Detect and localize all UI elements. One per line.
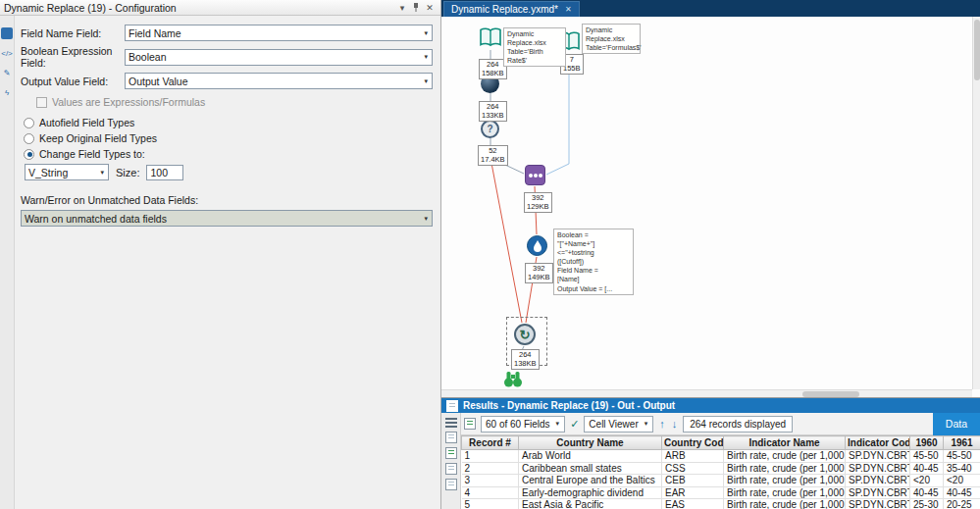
table-header-row: Record # Country Name Country Code Indic… xyxy=(462,436,980,450)
change-types-label: Change Field Types to: xyxy=(39,148,145,160)
scrollbar-thumb[interactable] xyxy=(974,20,980,80)
annotation-icon[interactable]: ✎ xyxy=(1,67,13,78)
col-country-code[interactable]: Country Code xyxy=(662,436,724,450)
input-data-tool-1[interactable] xyxy=(479,26,502,48)
cell[interactable]: EAS xyxy=(662,499,724,509)
arrow-up-icon[interactable]: ↑ xyxy=(658,418,666,430)
cell[interactable]: Birth rate, crude (per 1,000 people) xyxy=(724,475,846,487)
change-types-radio-row: Change Field Types to: xyxy=(24,148,433,160)
cell[interactable]: SP.DYN.CBRT.IN xyxy=(846,450,910,463)
results-body: 60 of 60 Fields ▾ ✓ Cell Viewer ▾ ↑ ↓ 26… xyxy=(441,413,980,509)
cell[interactable]: Central Europe and the Baltics xyxy=(519,475,662,487)
cell[interactable]: SP.DYN.CBRT.IN xyxy=(846,462,910,475)
cell[interactable]: SP.DYN.CBRT.IN xyxy=(846,486,910,499)
results-title: Results - Dynamic Replace (19) - Out - O… xyxy=(463,400,675,411)
new-window-icon[interactable] xyxy=(445,463,457,475)
menu-icon[interactable] xyxy=(445,418,457,428)
cell[interactable]: 40-45 xyxy=(944,486,980,499)
warn-error-select[interactable]: Warn on unmatched data fields ▾ xyxy=(21,210,433,227)
cell[interactable]: 45-50 xyxy=(910,450,944,463)
tab-close-icon[interactable]: ✕ xyxy=(565,5,572,14)
cell[interactable]: 3 xyxy=(462,475,519,487)
tool-node-dynamic-replace[interactable]: ↻ xyxy=(514,324,536,345)
cell[interactable]: 35-40 xyxy=(944,462,980,475)
output-value-select[interactable]: Output Value ▾ xyxy=(125,73,433,89)
cell[interactable]: EAR xyxy=(662,486,724,499)
keep-types-radio-row: Keep Original Field Types xyxy=(24,132,433,144)
data-button[interactable]: Data xyxy=(933,413,980,435)
cell[interactable]: Birth rate, crude (per 1,000 people) xyxy=(724,486,846,499)
cell[interactable]: 45-50 xyxy=(944,450,980,463)
results-titlebar: Results - Dynamic Replace (19) - Out - O… xyxy=(441,398,980,413)
comment-box[interactable]: Boolean = "["+Name+"] <="+tostring ([Cut… xyxy=(553,229,634,295)
close-icon[interactable]: ✕ xyxy=(423,3,437,13)
chevron-down-icon[interactable]: ▾ xyxy=(395,3,409,13)
cell[interactable]: Birth rate, crude (per 1,000 people) xyxy=(724,462,846,475)
cell[interactable]: 1 xyxy=(462,450,519,463)
cell[interactable]: SP.DYN.CBRT.IN xyxy=(846,475,910,487)
field-name-select[interactable]: Field Name ▾ xyxy=(125,25,433,41)
size-input[interactable]: 100 xyxy=(146,165,183,180)
connection[interactable] xyxy=(490,158,522,323)
workflow-tab[interactable]: Dynamic Replace.yxmd* ✕ xyxy=(443,1,580,17)
cell[interactable]: CEB xyxy=(662,475,724,487)
browse-tool[interactable] xyxy=(502,369,524,388)
pin-icon[interactable] xyxy=(409,3,423,13)
cell[interactable]: Arab World xyxy=(519,450,662,463)
cell-viewer-dropdown[interactable]: Cell Viewer ▾ xyxy=(584,416,653,433)
col-1961[interactable]: 1961 xyxy=(944,436,980,450)
canvas-horizontal-scrollbar[interactable] xyxy=(441,389,972,397)
cell[interactable]: Caribbean small states xyxy=(519,462,662,475)
xml-view-icon[interactable]: </> xyxy=(1,47,13,59)
events-icon[interactable]: ϟ xyxy=(1,86,13,98)
cell[interactable]: East Asia & Pacific xyxy=(519,499,662,509)
scrollbar-thumb[interactable] xyxy=(802,391,859,397)
apply-check-icon[interactable]: ✓ xyxy=(570,418,579,431)
cell[interactable]: 40-45 xyxy=(910,486,944,499)
keep-types-radio[interactable] xyxy=(24,133,34,144)
output-value-row: Output Value Field: Output Value ▾ xyxy=(21,73,433,89)
autofield-label: Autofield Field Types xyxy=(39,117,134,128)
field-type-select[interactable]: V_String ▾ xyxy=(25,164,109,180)
tool-annotation-input1[interactable]: Dynamic Replace.xlsx Table='Birth Rate$' xyxy=(503,27,566,67)
cell[interactable]: 2 xyxy=(462,462,519,475)
cell[interactable]: Birth rate, crude (per 1,000 people) xyxy=(724,499,846,509)
col-indicator-name[interactable]: Indicator Name xyxy=(724,436,846,450)
tool-node-filter[interactable]: ? xyxy=(481,120,499,138)
save-icon[interactable] xyxy=(445,447,457,459)
tool-node-transpose[interactable] xyxy=(525,165,545,185)
table-icon[interactable] xyxy=(445,479,457,490)
boolean-expression-select[interactable]: Boolean ▾ xyxy=(125,49,433,66)
chevron-down-icon: ▾ xyxy=(555,420,561,428)
col-country-name[interactable]: Country Name xyxy=(519,436,662,450)
cell[interactable]: SP.DYN.CBRT.IN xyxy=(846,499,910,509)
col-record[interactable]: Record # xyxy=(462,436,519,450)
cell[interactable]: 20-25 xyxy=(944,499,980,509)
tool-node-formula[interactable] xyxy=(527,235,547,256)
cell[interactable]: Early-demographic dividend xyxy=(519,486,662,499)
arrow-down-icon[interactable]: ↓ xyxy=(671,418,679,430)
cell[interactable]: Birth rate, crude (per 1,000 people) xyxy=(724,450,846,463)
cell[interactable]: 25-30 xyxy=(910,499,944,509)
tool-annotation-input2[interactable]: Dynamic Replace.xlsx Table='Formulas$' xyxy=(582,24,641,54)
refresh-icon: ↻ xyxy=(520,328,531,342)
cell[interactable]: 5 xyxy=(462,499,519,509)
cell[interactable]: <20 xyxy=(944,475,980,487)
fields-grid-icon[interactable] xyxy=(464,418,476,430)
cell[interactable]: CSS xyxy=(662,462,724,475)
fields-dropdown[interactable]: 60 of 60 Fields ▾ xyxy=(481,416,565,433)
cell[interactable]: ARB xyxy=(662,450,724,463)
cell[interactable]: 4 xyxy=(462,486,519,499)
keep-types-label: Keep Original Field Types xyxy=(39,132,157,144)
change-types-radio[interactable] xyxy=(24,149,34,160)
copy-icon[interactable] xyxy=(445,432,457,443)
workflow-canvas[interactable]: ? ↻ 264 158KB 7 155B 264 133KB xyxy=(441,17,980,397)
autofield-radio[interactable] xyxy=(24,118,34,128)
canvas-vertical-scrollbar[interactable] xyxy=(972,17,980,389)
col-indicator-code[interactable]: Indicator Code xyxy=(846,436,910,450)
cell[interactable]: 40-45 xyxy=(910,462,944,475)
values-expressions-checkbox[interactable] xyxy=(36,97,47,108)
col-1960[interactable]: 1960 xyxy=(910,436,944,450)
cell[interactable]: <20 xyxy=(910,475,944,487)
properties-icon[interactable] xyxy=(1,27,13,39)
